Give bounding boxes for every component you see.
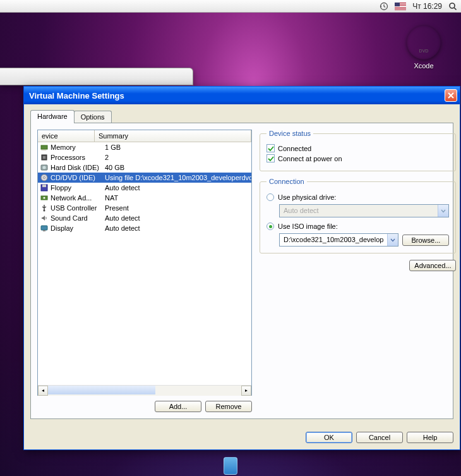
svg-rect-19 bbox=[41, 226, 47, 230]
device-name: Hard Disk (IDE) bbox=[51, 164, 105, 171]
tab-content: evice Summary Memory1 GBProcessors2Hard … bbox=[30, 123, 453, 419]
dsp-icon bbox=[39, 224, 49, 233]
desktop-icon-label: Xcode bbox=[402, 62, 446, 70]
physical-drive-radio[interactable]: Use physical drive: bbox=[266, 193, 449, 201]
device-summary: NAT bbox=[105, 194, 251, 202]
device-row[interactable]: CD/DVD (IDE)Using file D:\xcode321_10m20… bbox=[38, 173, 251, 183]
device-name: Sound Card bbox=[51, 214, 105, 222]
svg-point-1 bbox=[450, 3, 455, 8]
dialog-button-row: OK Cancel Help bbox=[24, 425, 460, 449]
svg-rect-9 bbox=[43, 156, 45, 159]
svg-point-17 bbox=[44, 197, 45, 199]
svg-rect-6 bbox=[44, 149, 45, 150]
dvd-icon bbox=[407, 25, 441, 59]
device-summary: Auto detect bbox=[105, 184, 251, 192]
device-status-group: Device status Connected Connect at power… bbox=[260, 130, 456, 171]
device-list: evice Summary Memory1 GBProcessors2Hard … bbox=[37, 130, 252, 396]
device-name: Floppy bbox=[51, 184, 105, 192]
background-window bbox=[0, 68, 193, 85]
close-button[interactable] bbox=[445, 89, 457, 102]
horizontal-scrollbar[interactable]: ◂ ▸ bbox=[38, 385, 251, 395]
col-header-summary[interactable]: Summary bbox=[95, 130, 251, 142]
add-button[interactable]: Add... bbox=[155, 401, 201, 412]
desktop-icon-xcode[interactable]: Xcode bbox=[402, 25, 446, 70]
remove-button[interactable]: Remove bbox=[205, 401, 252, 412]
cd-icon bbox=[39, 173, 49, 182]
device-name: USB Controller bbox=[51, 204, 105, 212]
radio-icon bbox=[266, 193, 274, 201]
usb-icon bbox=[39, 204, 49, 212]
checkbox-icon bbox=[266, 144, 275, 152]
menubar-clock[interactable]: Чт 16:29 bbox=[412, 2, 442, 11]
col-header-device[interactable]: evice bbox=[38, 130, 95, 142]
device-summary: Auto detect bbox=[105, 224, 251, 232]
device-name: Memory bbox=[51, 143, 105, 151]
svg-rect-15 bbox=[42, 185, 46, 187]
mem-icon bbox=[39, 143, 49, 152]
device-name: Network Ad... bbox=[51, 194, 105, 202]
radio-icon bbox=[266, 223, 274, 230]
cancel-button[interactable]: Cancel bbox=[356, 432, 403, 443]
device-summary: Present bbox=[105, 204, 251, 212]
chevron-down-icon[interactable] bbox=[387, 234, 398, 246]
physical-drive-combo: Auto detect bbox=[279, 204, 449, 217]
svg-rect-4 bbox=[42, 149, 42, 150]
titlebar[interactable]: Virtual Machine Settings bbox=[24, 87, 460, 104]
flag-icon[interactable] bbox=[395, 3, 406, 10]
device-row[interactable]: USB ControllerPresent bbox=[38, 203, 251, 213]
iso-path-combo[interactable]: D:\xcode321_10m2003_develop bbox=[279, 233, 398, 247]
device-summary: 1 GB bbox=[105, 143, 251, 151]
device-name: Processors bbox=[51, 154, 105, 161]
svg-rect-5 bbox=[43, 149, 44, 150]
ok-button[interactable]: OK bbox=[306, 432, 352, 443]
tab-options[interactable]: Options bbox=[74, 111, 112, 123]
scroll-right-button[interactable]: ▸ bbox=[241, 386, 251, 396]
svg-point-13 bbox=[44, 177, 45, 179]
device-row[interactable]: Network Ad...NAT bbox=[38, 193, 251, 203]
svg-rect-7 bbox=[45, 149, 46, 150]
chevron-down-icon bbox=[438, 205, 448, 217]
dialog-title: Virtual Machine Settings bbox=[29, 91, 445, 101]
checkbox-icon bbox=[266, 154, 275, 162]
device-name: Display bbox=[51, 224, 105, 232]
device-row[interactable]: FloppyAuto detect bbox=[38, 183, 251, 193]
svg-rect-20 bbox=[43, 230, 45, 231]
spotlight-icon[interactable] bbox=[448, 2, 457, 11]
iso-radio[interactable]: Use ISO image file: bbox=[266, 223, 449, 230]
vm-settings-dialog: Virtual Machine Settings Hardware Option… bbox=[23, 86, 460, 450]
device-name: CD/DVD (IDE) bbox=[51, 174, 105, 181]
dock[interactable] bbox=[224, 457, 237, 475]
list-header: evice Summary bbox=[38, 130, 251, 142]
device-summary: Using file D:\xcode321_10m2003_developer… bbox=[105, 174, 251, 181]
time-machine-icon[interactable] bbox=[380, 2, 388, 11]
advanced-button[interactable]: Advanced... bbox=[409, 260, 456, 271]
snd-icon bbox=[39, 214, 49, 223]
svg-line-2 bbox=[454, 8, 457, 10]
device-summary: Auto detect bbox=[105, 214, 251, 222]
device-row[interactable]: Processors2 bbox=[38, 152, 251, 162]
connection-legend: Connection bbox=[266, 178, 307, 185]
cpu-icon bbox=[39, 153, 49, 162]
connect-poweron-checkbox[interactable]: Connect at power on bbox=[266, 154, 449, 162]
flp-icon bbox=[39, 183, 49, 192]
device-row[interactable]: Memory1 GB bbox=[38, 142, 251, 152]
connection-group: Connection Use physical drive: Auto dete… bbox=[260, 178, 456, 253]
device-row[interactable]: Hard Disk (IDE)40 GB bbox=[38, 162, 251, 173]
device-row[interactable]: Sound CardAuto detect bbox=[38, 213, 251, 223]
device-status-legend: Device status bbox=[266, 130, 313, 137]
svg-point-18 bbox=[44, 210, 45, 212]
menubar: Чт 16:29 bbox=[0, 0, 461, 13]
help-button[interactable]: Help bbox=[407, 432, 453, 443]
device-row[interactable]: DisplayAuto detect bbox=[38, 223, 251, 233]
scroll-left-button[interactable]: ◂ bbox=[38, 386, 48, 396]
svg-rect-3 bbox=[41, 145, 47, 149]
connected-checkbox[interactable]: Connected bbox=[266, 144, 449, 152]
dock-item[interactable] bbox=[224, 457, 237, 475]
svg-point-11 bbox=[43, 166, 46, 169]
hdd-icon bbox=[39, 163, 49, 172]
browse-button[interactable]: Browse... bbox=[402, 235, 449, 246]
device-summary: 2 bbox=[105, 154, 251, 161]
scroll-thumb[interactable] bbox=[48, 386, 155, 394]
tab-hardware[interactable]: Hardware bbox=[30, 110, 75, 123]
tab-bar: Hardware Options bbox=[30, 109, 453, 123]
